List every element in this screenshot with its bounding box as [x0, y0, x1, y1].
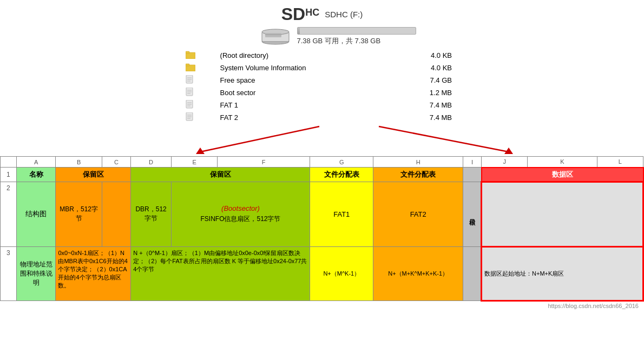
- drive-size: 7.38 GB 可用，共 7.38 GB: [297, 36, 381, 46]
- list-item: FAT 2 7.4 MB: [181, 111, 463, 124]
- list-item: (Root directory) 4.0 KB: [181, 49, 463, 62]
- col-j: J: [482, 157, 528, 168]
- page-icon: [186, 75, 194, 84]
- row2-d: DBR，512字节: [131, 182, 172, 246]
- row2-i: 根目录: [463, 182, 481, 246]
- main-table-wrap: A B C D E F G H I J K L 1 名称 保留区 保留区 文件分…: [0, 156, 644, 309]
- file-name: Free space: [216, 74, 393, 86]
- folder-icon: [186, 63, 195, 71]
- hc-text: HC: [305, 7, 319, 18]
- row2-num: 2: [1, 182, 17, 246]
- file-icon-cell: [181, 74, 216, 86]
- col-e: E: [171, 157, 217, 168]
- row1-fat2: 文件分配表: [373, 168, 463, 182]
- list-item: FAT 1 7.4 MB: [181, 99, 463, 111]
- page-icon: [186, 112, 194, 121]
- row2-b: MBR，512字节: [56, 182, 102, 246]
- file-name: FAT 1: [216, 99, 393, 111]
- row2-label: 结构图: [16, 182, 56, 246]
- file-name: (Root directory): [216, 49, 393, 62]
- file-size: 7.4 GB: [393, 74, 463, 86]
- row3-num: 3: [1, 246, 17, 300]
- row3-h: N+（M+K^M+K+K-1）: [373, 246, 463, 300]
- row1-fat1: 文件分配表: [310, 168, 373, 182]
- drive-info-row: 7.38 GB 可用，共 7.38 GB: [261, 26, 416, 46]
- row3: 3 物理地址范围和特殊说明 0x0~0xN-1扇区；（1）N由MBR表中0x1C…: [1, 246, 643, 300]
- file-size: 4.0 KB: [393, 49, 463, 62]
- col-header-row: A B C D E F G H I J K L: [1, 157, 643, 168]
- file-name: Boot sector: [216, 86, 393, 99]
- col-d: D: [131, 157, 172, 168]
- file-size: 7.4 MB: [393, 111, 463, 124]
- progress-bar: [297, 27, 416, 35]
- row3-label: 物理地址范围和特殊说明: [16, 246, 56, 300]
- folder-icon: [186, 50, 195, 59]
- progress-area: 7.38 GB 可用，共 7.38 GB: [297, 27, 416, 46]
- col-i: I: [463, 157, 481, 168]
- file-icon-cell: [181, 86, 216, 99]
- arrows-svg: [0, 124, 644, 155]
- file-size: 4.0 KB: [393, 62, 463, 74]
- svg-rect-4: [265, 34, 281, 35]
- file-icon-cell: [181, 49, 216, 62]
- col-l: L: [597, 157, 643, 168]
- list-item: System Volume Information 4.0 KB: [181, 62, 463, 74]
- file-size: 7.4 MB: [393, 99, 463, 111]
- file-size: 1.2 MB: [393, 86, 463, 99]
- row2-ef: (Bootsector) FSINFO信息扇区，512字节: [171, 182, 310, 246]
- drive-title: SDHC (F:): [325, 10, 363, 19]
- svg-rect-6: [186, 51, 189, 54]
- row3-def: N +（0^M-1）扇区；（1）M由偏移地址0x0e-0x0f保留扇区数决定；（…: [131, 246, 310, 300]
- col-h: H: [373, 157, 463, 168]
- col-k: K: [528, 157, 597, 168]
- row3-bc: 0x0~0xN-1扇区；（1）N由MBR表中0x1C6开始的4个字节决定；（2）…: [56, 246, 131, 300]
- drive-header: SD HC SDHC (F:): [281, 4, 363, 24]
- col-a: A: [16, 157, 56, 168]
- row1-data: 数据区: [482, 168, 643, 182]
- svg-line-25: [200, 126, 319, 152]
- list-item: Boot sector 1.2 MB: [181, 86, 463, 99]
- disk-icon: [261, 26, 291, 46]
- watermark: https://blog.csdn.net/csdn66_2016: [0, 303, 644, 309]
- top-area: SD HC SDHC (F:) 7.38 GB 可用，共 7.38 GB: [0, 0, 644, 124]
- main-table: A B C D E F G H I J K L 1 名称 保留区 保留区 文件分…: [0, 156, 644, 302]
- row1: 1 名称 保留区 保留区 文件分配表 文件分配表 数据区: [1, 168, 643, 182]
- progress-fill: [298, 28, 300, 34]
- svg-line-27: [379, 126, 509, 152]
- arrow-area: [0, 124, 644, 155]
- row2-h: FAT2: [373, 182, 463, 246]
- page-icon: [186, 100, 194, 109]
- row2-c: [102, 182, 130, 246]
- file-list: (Root directory) 4.0 KB System Volume In…: [181, 49, 463, 124]
- row1-root: [463, 168, 481, 182]
- file-icon-cell: [181, 111, 216, 124]
- file-icon-cell: [181, 62, 216, 74]
- row2: 2 结构图 MBR，512字节 DBR，512字节 (Bootsector) F…: [1, 182, 643, 246]
- file-icon-cell: [181, 99, 216, 111]
- sdhc-logo: SD HC: [281, 4, 319, 24]
- file-name: FAT 2: [216, 111, 393, 124]
- row1-num: 1: [1, 168, 17, 182]
- row2-g: FAT1: [310, 182, 373, 246]
- col-f: F: [218, 157, 310, 168]
- svg-rect-8: [186, 64, 189, 66]
- row1-label: 名称: [16, 168, 56, 182]
- row3-i: [463, 246, 481, 300]
- file-name: System Volume Information: [216, 62, 393, 74]
- row1-reserved2: 保留区: [131, 168, 310, 182]
- col-g: G: [310, 157, 373, 168]
- list-item: Free space 7.4 GB: [181, 74, 463, 86]
- col-c: C: [102, 157, 130, 168]
- row2-jkl: [482, 182, 643, 246]
- row3-g: N+（M^K-1）: [310, 246, 373, 300]
- row3-jkl: 数据区起始地址：N+M+K扇区: [482, 246, 643, 300]
- col-rownum: [1, 157, 17, 168]
- row1-reserved1: 保留区: [56, 168, 131, 182]
- page-icon: [186, 88, 194, 96]
- col-b: B: [56, 157, 102, 168]
- sd-text: SD: [281, 4, 305, 24]
